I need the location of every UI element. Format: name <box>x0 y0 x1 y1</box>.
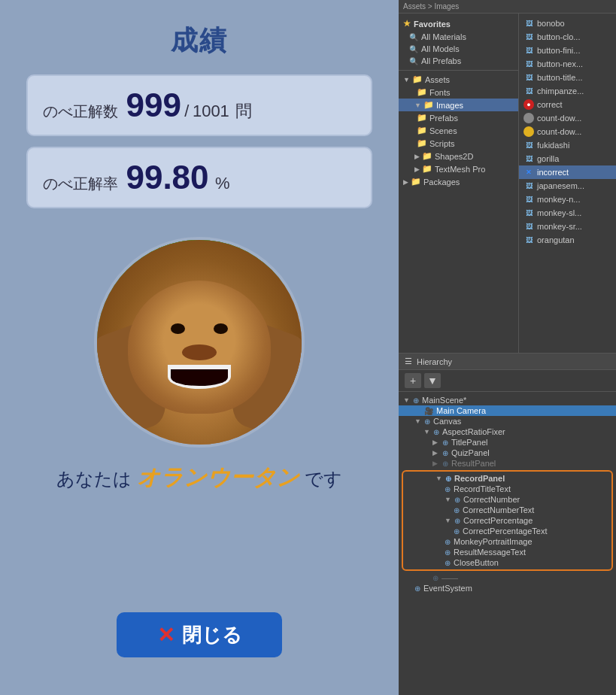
fav-all-models[interactable]: 🔍 All Models <box>399 43 518 55</box>
asset-bonobo-label: bonobo <box>537 19 565 28</box>
h-correct-number-label: CorrectNumber <box>463 495 520 504</box>
tree-textmesh[interactable]: ▶ 📁 TextMesh Pro <box>399 162 518 175</box>
title-panel-icon: ⊕ <box>442 439 448 447</box>
h-title-panel-label: TitlePanel <box>451 438 488 447</box>
asset-button-clo[interactable]: 🖼 button-clo... <box>519 30 616 44</box>
asset-monkey-sl[interactable]: 🖼 monkey-sl... <box>519 206 616 220</box>
asset-monkey-sr[interactable]: 🖼 monkey-sr... <box>519 220 616 233</box>
asset-button-nex[interactable]: 🖼 button-nex... <box>519 57 616 71</box>
asset-monkey-n[interactable]: 🖼 monkey-n... <box>519 193 616 206</box>
h-record-panel[interactable]: ▼ ⊕ RecordPanel <box>403 473 611 484</box>
monkey-eye-left <box>171 323 185 334</box>
h-mainscene[interactable]: ▼ ⊕ MainScene* <box>399 395 616 405</box>
images-label: Images <box>436 101 463 110</box>
packages-folder-icon: 📁 <box>411 177 421 187</box>
correct-num-icon: ⊕ <box>454 496 460 504</box>
h-result-message-text[interactable]: ⊕ ResultMessageText <box>403 547 611 557</box>
h-main-camera[interactable]: 🎥 Main Camera <box>399 405 616 416</box>
correct-num-text-icon: ⊕ <box>454 506 460 514</box>
search-icon: 🔍 <box>409 33 418 41</box>
asset-bonobo[interactable]: 🖼 bonobo <box>519 17 616 30</box>
tree-images[interactable]: ▼ 📁 Images <box>399 99 518 111</box>
monkey-portrait-icon: ⊕ <box>445 538 451 546</box>
h-result-panel[interactable]: ▶ ⊕ ResultPanel <box>399 458 616 469</box>
scenes-label: Scenes <box>429 126 457 135</box>
h-close-button[interactable]: ⊕ CloseButton <box>403 557 611 568</box>
shapes2d-arrow: ▶ <box>414 153 420 160</box>
asset-count-dow1[interactable]: count-dow... <box>519 111 616 125</box>
h-event-system[interactable]: ⊕ EventSystem <box>399 583 616 593</box>
tree-scripts[interactable]: 📁 Scripts <box>399 137 518 150</box>
h-monkey-portrait-image[interactable]: ⊕ MonkeyPortraitImage <box>403 536 611 547</box>
h-record-title-text[interactable]: ⊕ RecordTitleText <box>403 484 611 494</box>
tree-packages[interactable]: ▶ 📁 Packages <box>399 175 518 188</box>
asset-button-title[interactable]: 🖼 button-title... <box>519 71 616 84</box>
hierarchy-add-button[interactable]: + <box>405 373 421 388</box>
h-canvas[interactable]: ▼ ⊕ Canvas <box>399 416 616 426</box>
asset-correct[interactable]: ● correct <box>519 98 616 111</box>
h-quiz-panel[interactable]: ▶ ⊕ QuizPanel <box>399 448 616 458</box>
result-prefix: あなたは <box>56 469 132 489</box>
correct-percentage-label: のべ正解率 <box>43 175 118 192</box>
packages-arrow: ▶ <box>403 178 408 186</box>
fav-all-materials[interactable]: 🔍 All Materials <box>399 31 518 43</box>
asset-img-icon: 🖼 <box>523 18 534 29</box>
monkey-mouth-inner <box>171 369 227 386</box>
asset-japanesem-label: japanesem... <box>537 181 584 190</box>
h-correct-percentage[interactable]: ▼ ⊕ CorrectPercentage <box>403 515 611 526</box>
h-correct-number-text[interactable]: ⊕ CorrectNumberText <box>403 505 611 515</box>
assets-root-label: Assets <box>425 75 450 84</box>
fav-all-prefabs[interactable]: 🔍 All Prefabs <box>399 55 518 67</box>
asset-fukidashi[interactable]: 🖼 fukidashi <box>519 138 616 152</box>
shapes2d-folder-icon: 📁 <box>422 151 432 161</box>
tree-prefabs[interactable]: 📁 Prefabs <box>399 111 518 124</box>
mainscene-arrow: ▼ <box>403 396 411 404</box>
hierarchy-dropdown-button[interactable]: ▼ <box>424 373 441 388</box>
h-record-title-label: RecordTitleText <box>454 484 511 493</box>
h-after-record-label: —— <box>442 573 458 582</box>
close-button[interactable]: ✕ 閉じる <box>117 612 282 657</box>
aspect-arrow: ▼ <box>423 428 431 436</box>
asset-count-dow2[interactable]: count-dow... <box>519 125 616 138</box>
asset-incorrect-label: incorrect <box>537 168 569 177</box>
h-correct-percentage-text[interactable]: ⊕ CorrectPercentageText <box>403 526 611 536</box>
asset-img-icon12: 🖼 <box>523 221 534 232</box>
asset-japanesem[interactable]: 🖼 japanesem... <box>519 179 616 193</box>
canvas-icon: ⊕ <box>424 417 430 426</box>
tree-assets-root[interactable]: ▼ 📁 Assets <box>399 73 518 86</box>
asset-monkey-sr-label: monkey-sr... <box>537 222 582 231</box>
close-btn-icon: ⊕ <box>445 559 451 567</box>
correct-pct-arrow: ▼ <box>445 517 452 524</box>
asset-gorilla[interactable]: 🖼 gorilla <box>519 152 616 165</box>
monkey-mouth <box>168 365 231 389</box>
star-icon: ★ <box>403 19 411 29</box>
correct-sep: / <box>184 102 189 120</box>
asset-img-icon8: 🖼 <box>523 153 534 164</box>
asset-count-dow2-label: count-dow... <box>537 127 581 136</box>
fav-all-models-label: All Models <box>421 44 460 53</box>
h-title-panel[interactable]: ▶ ⊕ TitlePanel <box>399 437 616 448</box>
scenes-folder-icon: 📁 <box>417 126 427 135</box>
asset-orangutan[interactable]: 🖼 orangutan <box>519 233 616 247</box>
monkey-portrait-bg <box>97 240 302 445</box>
asset-img-icon2: 🖼 <box>523 32 534 42</box>
asset-gorilla-label: gorilla <box>537 154 559 163</box>
result-highlight: オランウータン <box>137 465 299 490</box>
asset-button-fini-label: button-fini... <box>537 46 580 55</box>
h-aspect-ratio-fixer[interactable]: ▼ ⊕ AspectRatioFixer <box>399 426 616 437</box>
asset-chimpanze[interactable]: 🖼 chimpanze... <box>519 84 616 98</box>
correct-percentage-value: 99.80 <box>126 159 208 196</box>
result-msg-icon: ⊕ <box>445 548 451 557</box>
asset-img-icon11: 🖼 <box>523 208 534 218</box>
tree-fonts[interactable]: 📁 Fonts <box>399 86 518 99</box>
favorites-header: ★ Favorites <box>399 17 518 31</box>
h-correct-number[interactable]: ▼ ⊕ CorrectNumber <box>403 494 611 505</box>
quiz-panel-arrow: ▶ <box>432 449 440 457</box>
shapes2d-label: Shapes2D <box>435 152 473 161</box>
tree-shapes2d[interactable]: ▶ 📁 Shapes2D <box>399 150 518 162</box>
asset-correct-icon: ● <box>523 99 534 110</box>
hierarchy-panel: ☰ Hierarchy + ▼ ▼ ⊕ MainScene* 🎥 Main Ca… <box>399 353 616 695</box>
asset-incorrect[interactable]: ✕ incorrect <box>519 165 616 179</box>
asset-button-fini[interactable]: 🖼 button-fini... <box>519 44 616 57</box>
tree-scenes[interactable]: 📁 Scenes <box>399 124 518 137</box>
